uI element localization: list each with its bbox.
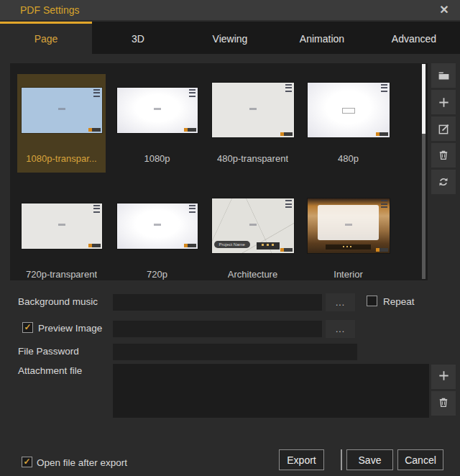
template-item[interactable]: 1080p — [113, 74, 201, 173]
window-title: PDF Settings — [20, 0, 79, 20]
template-label: 1080p — [144, 153, 170, 164]
template-thumbnail — [308, 198, 390, 253]
background-music-label: Background music — [18, 296, 98, 307]
cancel-button[interactable]: Cancel — [397, 449, 443, 470]
refresh-button[interactable] — [431, 170, 456, 194]
tab-animation[interactable]: Animation — [276, 22, 368, 54]
template-label: 1080p-transpar... — [26, 153, 96, 164]
template-label: Architecture — [228, 269, 277, 280]
template-thumbnail — [22, 203, 102, 249]
tab-bar: Page3DViewingAnimationAdvanced — [0, 22, 460, 54]
template-grid: 1080p-transpar...1080p480p-transparent48… — [17, 74, 392, 280]
template-thumbnail — [117, 88, 198, 133]
attachment-delete-button[interactable] — [431, 391, 456, 416]
preview-image-browse-button[interactable]: ... — [326, 320, 355, 338]
pdf-settings-dialog: PDF Settings ✕ Page3DViewingAnimationAdv… — [0, 0, 460, 476]
edit-button[interactable] — [431, 116, 456, 141]
template-item[interactable]: 720p-transparent — [17, 190, 106, 280]
template-thumbnail — [308, 83, 390, 137]
open-folder-icon — [438, 70, 450, 82]
template-thumbnail — [22, 88, 102, 133]
footer-divider — [341, 449, 342, 470]
template-item[interactable]: 1080p-transpar... — [17, 74, 106, 173]
gallery-scrollbar[interactable] — [422, 64, 426, 279]
delete-icon — [438, 150, 449, 161]
template-gallery: 1080p-transpar...1080p480p-transparent48… — [10, 63, 428, 280]
background-music-browse-button[interactable]: ... — [326, 293, 355, 311]
close-button[interactable]: ✕ — [436, 2, 453, 18]
template-thumbnail — [117, 203, 198, 249]
repeat-label: Repeat — [383, 296, 415, 307]
delete-icon — [438, 397, 449, 411]
template-item[interactable]: 480p — [304, 74, 392, 173]
add-button[interactable] — [431, 90, 456, 114]
preview-image-checkbox[interactable]: ✓ — [22, 322, 33, 333]
tab-3d[interactable]: 3D — [92, 22, 184, 54]
template-label: 720p-transparent — [26, 269, 97, 280]
delete-button[interactable] — [431, 143, 456, 168]
tab-viewing[interactable]: Viewing — [184, 22, 276, 54]
open-folder-button[interactable] — [431, 63, 456, 88]
template-label: 480p-transparent — [217, 153, 288, 164]
edit-icon — [438, 123, 450, 135]
title-bar: PDF Settings ✕ — [0, 0, 460, 20]
preview-image-input[interactable] — [113, 321, 322, 337]
open-after-export-label: Open file after export — [37, 457, 127, 468]
gallery-toolbar — [431, 63, 456, 194]
template-label: 720p — [147, 269, 167, 280]
file-password-label: File Password — [18, 346, 79, 357]
add-icon — [438, 96, 450, 109]
preview-image-label: Preview Image — [38, 323, 102, 334]
attachment-file-list[interactable] — [113, 364, 429, 418]
export-button[interactable]: Export — [279, 449, 324, 470]
file-password-input[interactable] — [113, 344, 357, 360]
template-item[interactable]: Interior — [304, 190, 392, 280]
add-icon — [438, 370, 450, 384]
open-after-export-checkbox[interactable]: ✓ — [22, 457, 32, 467]
template-label: Interior — [334, 269, 362, 280]
template-thumbnail — [212, 83, 294, 137]
background-music-input[interactable] — [113, 294, 322, 311]
attachment-add-button[interactable] — [431, 365, 456, 389]
attachment-file-label: Attachment file — [18, 365, 82, 376]
repeat-checkbox[interactable] — [367, 296, 377, 306]
close-icon: ✕ — [439, 4, 448, 16]
save-button[interactable]: Save — [346, 449, 393, 470]
tab-page[interactable]: Page — [0, 22, 92, 54]
scrollbar-thumb[interactable] — [422, 64, 426, 134]
template-item[interactable]: 480p-transparent — [208, 74, 297, 173]
template-item[interactable]: 720p — [113, 190, 201, 280]
template-thumbnail: Project Name — [212, 198, 294, 253]
template-label: 480p — [338, 153, 359, 164]
refresh-icon — [438, 176, 449, 188]
tab-advanced[interactable]: Advanced — [368, 22, 460, 54]
template-item[interactable]: Project NameArchitecture — [208, 190, 297, 280]
